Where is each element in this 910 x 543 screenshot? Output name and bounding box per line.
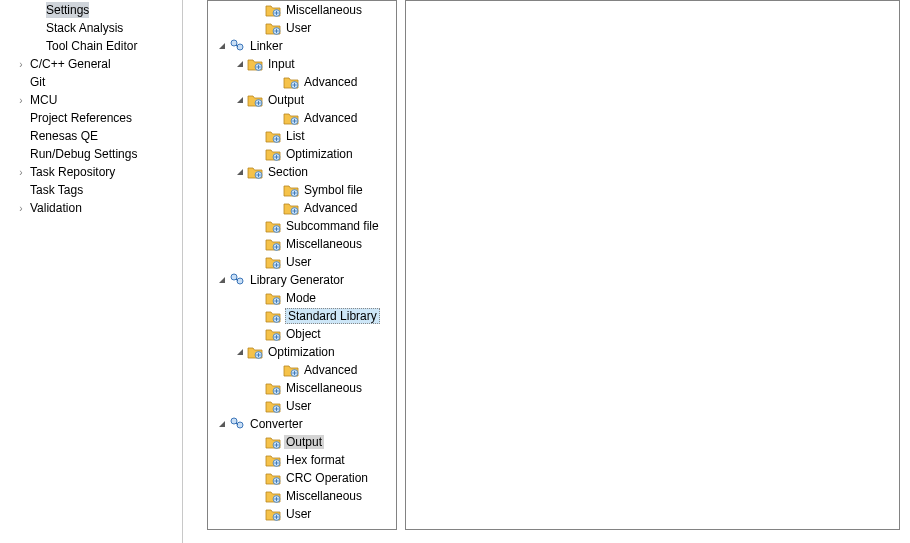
- tree-item-advanced[interactable]: Advanced: [208, 109, 396, 127]
- tree-item-label: User: [284, 399, 313, 413]
- category-item-settings[interactable]: Settings: [0, 1, 182, 19]
- category-label: Validation: [30, 200, 82, 216]
- tree-item-label: Input: [266, 57, 297, 71]
- tree-item-label: User: [284, 255, 313, 269]
- tree-item-mode[interactable]: Mode: [208, 289, 396, 307]
- tree-item-label: Output: [266, 93, 306, 107]
- tool-settings-tree: MiscellaneousUserLinkerInputAdvancedOutp…: [207, 0, 397, 530]
- tree-item-label: User: [284, 21, 313, 35]
- expand-arrow-icon: ›: [14, 203, 28, 214]
- tree-item-label: Miscellaneous: [284, 381, 364, 395]
- settings-folder-icon: [265, 290, 281, 306]
- tree-item-label: Advanced: [302, 201, 359, 215]
- tree-item-label: Section: [266, 165, 310, 179]
- collapse-toggle-icon[interactable]: [234, 96, 246, 105]
- collapse-toggle-icon[interactable]: [216, 276, 228, 285]
- collapse-toggle-icon[interactable]: [234, 168, 246, 177]
- category-item-renesas-qe[interactable]: Renesas QE: [0, 127, 182, 145]
- tree-item-label: List: [284, 129, 307, 143]
- tool-icon: [229, 416, 245, 432]
- category-item-mcu[interactable]: ›MCU: [0, 91, 182, 109]
- category-item-run-debug-settings[interactable]: Run/Debug Settings: [0, 145, 182, 163]
- category-label: Run/Debug Settings: [30, 146, 137, 162]
- category-label: Stack Analysis: [46, 20, 123, 36]
- tree-item-library-generator[interactable]: Library Generator: [208, 271, 396, 289]
- settings-folder-icon: [265, 128, 281, 144]
- tree-item-miscellaneous[interactable]: Miscellaneous: [208, 1, 396, 19]
- settings-folder-icon: [265, 254, 281, 270]
- category-label: Tool Chain Editor: [46, 38, 137, 54]
- tree-item-label: Advanced: [302, 363, 359, 377]
- category-label: C/C++ General: [30, 56, 111, 72]
- category-item-tool-chain-editor[interactable]: Tool Chain Editor: [0, 37, 182, 55]
- settings-folder-icon: [283, 362, 299, 378]
- tree-item-output[interactable]: Output: [208, 91, 396, 109]
- tree-item-symbol-file[interactable]: Symbol file: [208, 181, 396, 199]
- tree-item-user[interactable]: User: [208, 19, 396, 37]
- tree-item-input[interactable]: Input: [208, 55, 396, 73]
- tree-item-standard-library[interactable]: Standard Library: [208, 307, 396, 325]
- tree-item-advanced[interactable]: Advanced: [208, 361, 396, 379]
- tree-item-miscellaneous[interactable]: Miscellaneous: [208, 379, 396, 397]
- category-item-stack-analysis[interactable]: Stack Analysis: [0, 19, 182, 37]
- tree-item-user[interactable]: User: [208, 397, 396, 415]
- settings-folder-icon: [247, 164, 263, 180]
- tree-item-linker[interactable]: Linker: [208, 37, 396, 55]
- category-label: Task Tags: [30, 182, 83, 198]
- settings-folder-icon: [265, 236, 281, 252]
- tree-item-label: Subcommand file: [284, 219, 381, 233]
- tree-item-miscellaneous[interactable]: Miscellaneous: [208, 235, 396, 253]
- settings-folder-icon: [265, 20, 281, 36]
- settings-folder-icon: [265, 218, 281, 234]
- tree-item-label: Standard Library: [285, 308, 380, 324]
- tree-item-label: Library Generator: [248, 273, 346, 287]
- tree-item-hex-format[interactable]: Hex format: [208, 451, 396, 469]
- tree-item-label: Hex format: [284, 453, 347, 467]
- category-label: Settings: [46, 2, 89, 18]
- tree-item-label: Advanced: [302, 75, 359, 89]
- settings-folder-icon: [247, 344, 263, 360]
- tree-item-user[interactable]: User: [208, 253, 396, 271]
- category-label: Task Repository: [30, 164, 115, 180]
- tree-item-optimization[interactable]: Optimization: [208, 343, 396, 361]
- tree-item-label: Optimization: [266, 345, 337, 359]
- tool-settings-detail: [405, 0, 900, 530]
- tree-item-object[interactable]: Object: [208, 325, 396, 343]
- settings-folder-icon: [283, 110, 299, 126]
- collapse-toggle-icon[interactable]: [216, 420, 228, 429]
- tree-item-label: CRC Operation: [284, 471, 370, 485]
- settings-folder-icon: [247, 92, 263, 108]
- settings-folder-icon: [265, 470, 281, 486]
- tool-icon: [229, 38, 245, 54]
- tool-icon: [229, 272, 245, 288]
- category-item-c-c-general[interactable]: ›C/C++ General: [0, 55, 182, 73]
- tree-item-subcommand-file[interactable]: Subcommand file: [208, 217, 396, 235]
- tree-item-optimization[interactable]: Optimization: [208, 145, 396, 163]
- collapse-toggle-icon[interactable]: [216, 42, 228, 51]
- collapse-toggle-icon[interactable]: [234, 60, 246, 69]
- tree-item-miscellaneous[interactable]: Miscellaneous: [208, 487, 396, 505]
- category-item-validation[interactable]: ›Validation: [0, 199, 182, 217]
- tree-item-advanced[interactable]: Advanced: [208, 199, 396, 217]
- tree-item-label: Symbol file: [302, 183, 365, 197]
- tree-item-section[interactable]: Section: [208, 163, 396, 181]
- tree-item-label: Converter: [248, 417, 305, 431]
- tree-item-converter[interactable]: Converter: [208, 415, 396, 433]
- tree-item-crc-operation[interactable]: CRC Operation: [208, 469, 396, 487]
- collapse-toggle-icon[interactable]: [234, 348, 246, 357]
- tree-item-label: Mode: [284, 291, 318, 305]
- category-label: Git: [30, 74, 45, 90]
- tree-item-output[interactable]: Output: [208, 433, 396, 451]
- expand-arrow-icon: ›: [14, 95, 28, 106]
- category-item-project-references[interactable]: Project References: [0, 109, 182, 127]
- settings-folder-icon: [283, 182, 299, 198]
- tree-item-user[interactable]: User: [208, 505, 396, 523]
- settings-folder-icon: [265, 434, 281, 450]
- category-item-task-repository[interactable]: ›Task Repository: [0, 163, 182, 181]
- tree-item-label: Miscellaneous: [284, 237, 364, 251]
- category-item-task-tags[interactable]: Task Tags: [0, 181, 182, 199]
- tree-item-list[interactable]: List: [208, 127, 396, 145]
- category-item-git[interactable]: Git: [0, 73, 182, 91]
- settings-folder-icon: [265, 452, 281, 468]
- tree-item-advanced[interactable]: Advanced: [208, 73, 396, 91]
